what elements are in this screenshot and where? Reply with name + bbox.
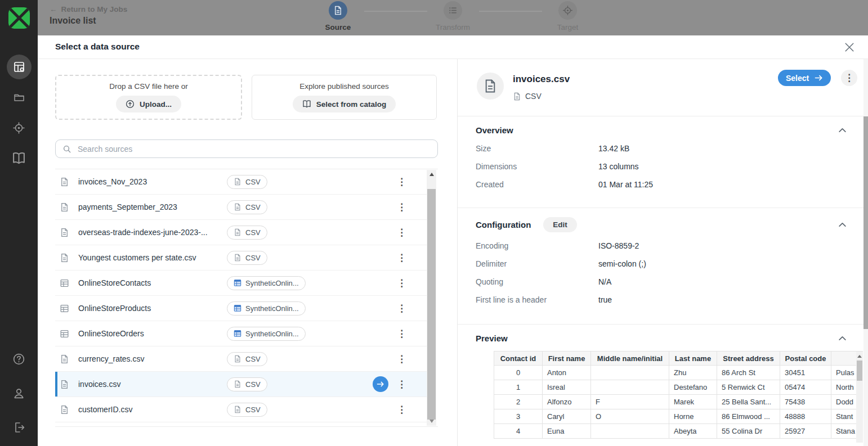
table-cell: Destefano (669, 380, 717, 395)
open-source-button[interactable] (373, 376, 388, 392)
preview-table-wrap: Contact idFirst nameMiddle name/initialL… (494, 351, 863, 443)
file-icon (234, 355, 241, 363)
scrollbar-thumb[interactable] (857, 361, 862, 381)
source-list-item[interactable]: invoices.csv CSV ⋮ (55, 372, 428, 397)
collapse-preview-button[interactable] (838, 334, 847, 343)
format-label: CSV (525, 92, 542, 101)
kebab-icon[interactable]: ⋮ (397, 177, 406, 187)
source-list-item[interactable]: Youngest customers per state.csv CSV ⋮ (55, 245, 428, 271)
badge-label: CSV (245, 355, 261, 363)
arrow-right-icon (815, 74, 823, 82)
source-list-item[interactable]: overseas-trade-indexes-june-2023-... CSV… (55, 220, 428, 245)
table-cell: 86 Arch St (717, 366, 780, 380)
overview-row: Dimensions 13 columns (476, 161, 847, 171)
source-list-item[interactable]: OnlineStoreProducts SyntheticOnlin... ⋮ (55, 296, 428, 321)
document-icon (333, 6, 343, 15)
badge-label: CSV (245, 228, 261, 237)
table-cell: 0 (494, 366, 543, 380)
source-list-item[interactable]: payments_September_2023 CSV ⋮ (55, 195, 428, 220)
table-icon (234, 279, 241, 287)
chevron-up-icon (838, 220, 847, 229)
table-cell (591, 424, 669, 439)
badge-label: CSV (245, 203, 261, 211)
table-cell: 25 Bella Sant... (717, 395, 780, 409)
close-icon[interactable] (844, 42, 854, 52)
source-type-badge: CSV (227, 175, 267, 189)
table-cell: 75438 (780, 395, 831, 409)
source-name: Youngest customers per state.csv (78, 253, 196, 262)
upload-icon (126, 100, 135, 109)
detail-menu-button[interactable]: ⋮ (841, 70, 857, 86)
sidebar-item-targets[interactable] (7, 115, 32, 140)
table-row: 1IsrealDestefano5 Renwick Ct05474North (494, 380, 863, 395)
edit-configuration-button[interactable]: Edit (543, 217, 577, 232)
kebab-icon[interactable]: ⋮ (397, 202, 406, 212)
jobs-grid-icon (12, 60, 26, 74)
preview-table-scrollbar[interactable] (856, 352, 863, 443)
upload-button[interactable]: Upload... (116, 96, 181, 112)
stepper: Source Transform Target (312, 1, 594, 31)
source-type-badge: CSV (227, 352, 267, 366)
table-cell: 4 (494, 424, 543, 439)
sidebar-item-catalog[interactable] (7, 146, 32, 170)
sidebar-item-jobs[interactable] (7, 55, 32, 79)
kebab-icon[interactable]: ⋮ (397, 304, 406, 313)
badge-label: CSV (245, 178, 261, 186)
step-transform[interactable]: Transform (427, 1, 479, 31)
collapse-overview-button[interactable] (838, 125, 847, 135)
file-icon (60, 228, 69, 237)
table-cell: O (591, 409, 669, 424)
scrollbar-thumb[interactable] (427, 189, 436, 420)
collapse-configuration-button[interactable] (838, 220, 847, 229)
scroll-down-icon[interactable] (427, 417, 436, 426)
kebab-icon[interactable]: ⋮ (397, 329, 406, 339)
kebab-icon[interactable]: ⋮ (397, 278, 406, 288)
csv-dropzone[interactable]: Drop a CSV file here or Upload... (55, 75, 242, 120)
table-cell: 55 Colina Dr (717, 424, 780, 439)
file-icon (60, 405, 69, 415)
badge-label: SyntheticOnlin... (245, 304, 299, 313)
scroll-up-icon[interactable] (856, 353, 863, 359)
logout-icon (12, 421, 26, 434)
table-cell: 1 (494, 380, 543, 395)
badge-label: CSV (245, 406, 261, 414)
kebab-icon[interactable]: ⋮ (397, 405, 406, 415)
select-from-catalog-button[interactable]: Select from catalog (293, 96, 396, 112)
detail-panel-scrollbar[interactable] (863, 59, 868, 446)
source-list-item[interactable]: OnlineStoreContacts SyntheticOnlin... ⋮ (55, 271, 428, 296)
scrollbar-thumb[interactable] (863, 116, 868, 329)
table-icon (60, 304, 69, 313)
sidebar-item-account[interactable] (11, 385, 28, 402)
app-logo-icon[interactable] (8, 7, 30, 29)
kebab-icon: ⋮ (844, 73, 854, 83)
source-list-item[interactable]: customerID.csv CSV ⋮ (55, 397, 428, 422)
search-input[interactable] (77, 144, 431, 154)
kebab-icon[interactable]: ⋮ (397, 380, 406, 389)
source-list-item[interactable]: OnlineStoreOrders SyntheticOnlin... ⋮ (55, 321, 428, 346)
return-to-jobs-link[interactable]: ← Return to My Jobs (50, 5, 127, 13)
preview-body: 0AntonZhu86 Arch St30451Pulas1IsrealDest… (494, 366, 863, 439)
sidebar-item-help[interactable] (11, 350, 28, 367)
step-target[interactable]: Target (542, 1, 594, 31)
source-list-scrollbar[interactable] (427, 170, 436, 426)
source-name: invoices_Nov_2023 (78, 177, 147, 186)
file-icon (234, 380, 241, 388)
kebab-icon[interactable]: ⋮ (397, 253, 406, 263)
source-name: OnlineStoreContacts (78, 278, 151, 287)
overview-heading: Overview (476, 125, 513, 135)
app-topbar: ← Return to My Jobs Invoice list Source … (38, 0, 868, 35)
table-cell: 5 Renwick Ct (717, 380, 780, 395)
preview-section: Preview Contact idFirst nameMiddle name/… (458, 325, 868, 443)
kebab-icon[interactable]: ⋮ (397, 228, 406, 237)
kebab-icon[interactable]: ⋮ (397, 354, 406, 364)
select-button[interactable]: Select (778, 70, 831, 86)
scroll-up-icon[interactable] (427, 170, 436, 179)
configuration-heading: Configuration (476, 220, 531, 229)
sidebar-item-projects[interactable] (7, 85, 32, 110)
source-list-item[interactable]: invoices_Nov_2023 CSV ⋮ (55, 169, 428, 195)
source-list-item[interactable]: currency_rates.csv CSV ⋮ (55, 346, 428, 372)
table-cell: Alfonzo (543, 395, 591, 409)
step-source[interactable]: Source (312, 1, 364, 31)
sidebar-item-logout[interactable] (11, 419, 28, 436)
configuration-row: Encoding ISO-8859-2 (476, 241, 847, 250)
